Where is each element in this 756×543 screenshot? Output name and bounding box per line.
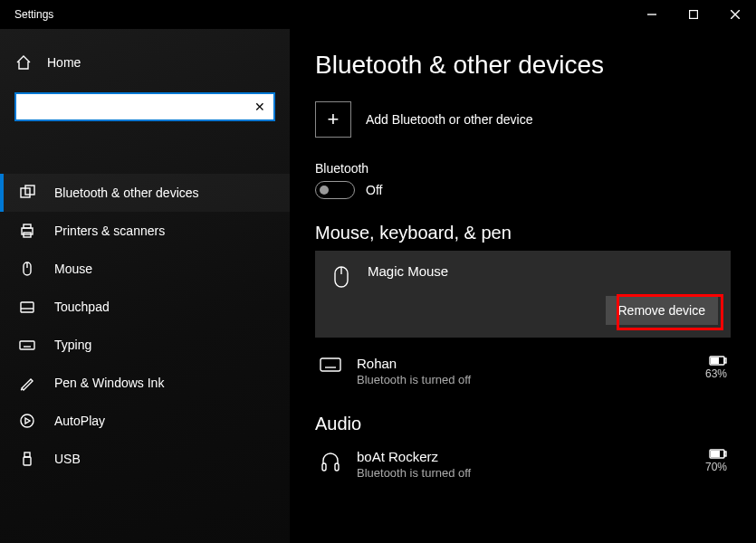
close-button[interactable] bbox=[714, 0, 756, 29]
keyboard-icon bbox=[18, 337, 36, 353]
usb-icon bbox=[18, 451, 36, 467]
device-row[interactable]: boAt Rockerz Bluetooth is turned off 70% bbox=[315, 442, 731, 487]
sidebar: Home ✕ Bluetooth & other devices bbox=[0, 29, 290, 543]
svg-point-19 bbox=[21, 414, 33, 427]
svg-rect-35 bbox=[335, 463, 339, 471]
battery-icon bbox=[709, 449, 727, 459]
sidebar-item-label: Touchpad bbox=[54, 300, 110, 314]
autoplay-icon bbox=[18, 413, 36, 429]
section-heading-audio: Audio bbox=[315, 414, 731, 434]
device-name: Magic Mouse bbox=[368, 263, 448, 279]
sidebar-item-bluetooth-devices[interactable]: Bluetooth & other devices bbox=[0, 174, 290, 212]
svg-rect-20 bbox=[24, 452, 30, 457]
sidebar-item-typing[interactable]: Typing bbox=[0, 326, 290, 364]
sidebar-item-autoplay[interactable]: AutoPlay bbox=[0, 402, 290, 440]
main-panel: Bluetooth & other devices + Add Bluetoot… bbox=[290, 29, 756, 543]
devices-icon bbox=[18, 185, 36, 201]
svg-rect-33 bbox=[711, 357, 719, 364]
device-status: Bluetooth is turned off bbox=[357, 373, 471, 386]
svg-rect-24 bbox=[321, 358, 340, 371]
headphones-icon bbox=[319, 449, 342, 472]
sidebar-item-label: USB bbox=[54, 452, 81, 466]
add-device-label: Add Bluetooth or other device bbox=[366, 112, 532, 127]
sidebar-item-printers[interactable]: Printers & scanners bbox=[0, 212, 290, 250]
svg-rect-32 bbox=[724, 358, 726, 363]
svg-rect-21 bbox=[24, 457, 31, 465]
page-title: Bluetooth & other devices bbox=[315, 51, 731, 80]
sidebar-item-label: Mouse bbox=[54, 262, 92, 276]
search-input-wrap[interactable]: ✕ bbox=[14, 92, 275, 121]
svg-rect-11 bbox=[21, 302, 33, 312]
svg-rect-38 bbox=[711, 451, 720, 457]
device-card[interactable]: Magic Mouse Remove device bbox=[315, 251, 731, 338]
home-label: Home bbox=[47, 55, 81, 70]
section-heading-mousekb: Mouse, keyboard, & pen bbox=[315, 223, 731, 243]
maximize-button[interactable] bbox=[673, 0, 714, 29]
svg-rect-34 bbox=[322, 463, 326, 471]
device-row[interactable]: Rohan Bluetooth is turned off 63% bbox=[315, 348, 731, 394]
clear-icon[interactable]: ✕ bbox=[246, 100, 273, 114]
bluetooth-label: Bluetooth bbox=[315, 161, 731, 176]
device-status: Bluetooth is turned off bbox=[357, 466, 471, 480]
sidebar-item-pen[interactable]: Pen & Windows Ink bbox=[0, 364, 290, 402]
mouse-icon bbox=[330, 263, 353, 289]
home-icon bbox=[14, 54, 33, 71]
add-device-button[interactable]: + Add Bluetooth or other device bbox=[315, 101, 731, 138]
sidebar-item-label: Printers & scanners bbox=[54, 224, 165, 238]
svg-rect-1 bbox=[690, 11, 698, 19]
toggle-knob bbox=[320, 186, 329, 195]
battery-percent: 70% bbox=[705, 461, 727, 473]
device-name: Rohan bbox=[357, 356, 471, 371]
mouse-icon bbox=[18, 261, 36, 277]
sidebar-item-usb[interactable]: USB bbox=[0, 440, 290, 478]
remove-device-button[interactable]: Remove device bbox=[606, 296, 719, 325]
minimize-button[interactable] bbox=[631, 0, 673, 29]
sidebar-item-label: Typing bbox=[54, 338, 91, 352]
sidebar-item-touchpad[interactable]: Touchpad bbox=[0, 288, 290, 326]
svg-rect-13 bbox=[20, 341, 34, 349]
device-name: boAt Rockerz bbox=[357, 449, 471, 464]
sidebar-item-label: Bluetooth & other devices bbox=[54, 186, 199, 200]
plus-icon: + bbox=[315, 101, 351, 138]
bluetooth-toggle[interactable] bbox=[315, 181, 355, 199]
bluetooth-state: Off bbox=[366, 183, 382, 197]
touchpad-icon bbox=[18, 299, 36, 315]
search-input[interactable] bbox=[16, 94, 246, 119]
window-title: Settings bbox=[14, 8, 631, 21]
sidebar-item-label: Pen & Windows Ink bbox=[54, 376, 164, 390]
battery-icon bbox=[709, 356, 727, 366]
svg-rect-37 bbox=[724, 452, 726, 456]
pen-icon bbox=[18, 375, 36, 391]
keyboard-icon bbox=[319, 356, 342, 372]
sidebar-item-label: AutoPlay bbox=[54, 414, 105, 428]
sidebar-item-mouse[interactable]: Mouse bbox=[0, 250, 290, 288]
printer-icon bbox=[18, 223, 36, 239]
titlebar: Settings bbox=[0, 0, 756, 29]
battery-percent: 63% bbox=[705, 367, 727, 380]
home-nav[interactable]: Home bbox=[0, 45, 290, 80]
svg-rect-7 bbox=[24, 224, 31, 228]
